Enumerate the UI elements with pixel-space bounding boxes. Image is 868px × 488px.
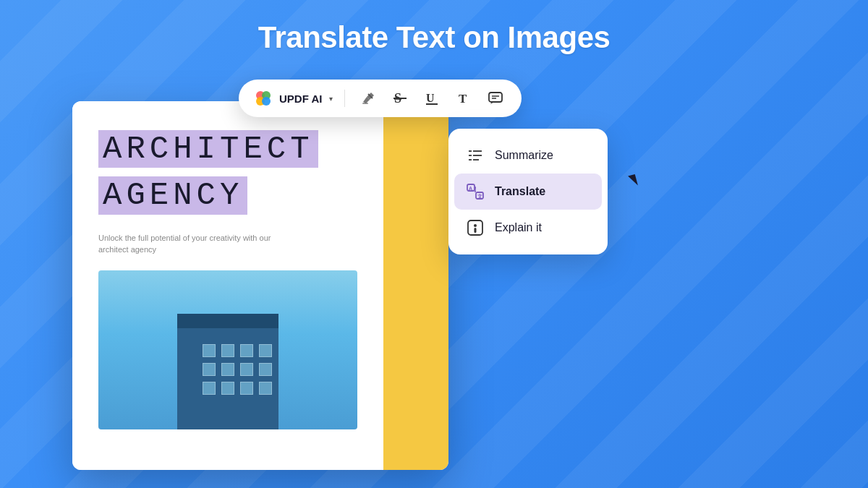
underline-icon[interactable]: U [420, 87, 443, 110]
window [221, 363, 234, 376]
svg-text:文: 文 [477, 193, 482, 199]
building-body [177, 328, 278, 429]
dropdown-item-summarize[interactable]: Summarize [454, 137, 602, 174]
toolbar-divider [344, 90, 345, 107]
svg-text:U: U [426, 92, 435, 104]
window [259, 363, 272, 376]
pdf-document: ARCHITECT AGENCY Unlock the full potenti… [72, 101, 448, 470]
dropdown-item-translate[interactable]: A 文 Translate [454, 174, 602, 210]
summarize-icon [466, 146, 485, 165]
svg-text:T: T [459, 92, 467, 106]
window [259, 344, 272, 357]
window [221, 344, 234, 357]
toolbar: UPDF AI ▾ S U T [239, 80, 522, 117]
pdf-yellow-strip [383, 101, 448, 470]
translate-label: Translate [495, 185, 545, 198]
dropdown-item-explain[interactable]: Explain it [454, 210, 602, 246]
window [259, 382, 272, 395]
pdf-title-highlight-1: ARCHITECT [98, 130, 318, 168]
window [240, 363, 253, 376]
svg-rect-26 [475, 228, 477, 233]
window [240, 344, 253, 357]
window [221, 382, 234, 395]
page-title: Translate Text on Images [0, 20, 868, 55]
window [240, 382, 253, 395]
translate-icon: A 文 [466, 182, 485, 201]
building-windows [203, 344, 273, 415]
highlight-icon[interactable] [357, 87, 380, 110]
window [203, 344, 216, 357]
toolbar-dropdown-arrow[interactable]: ▾ [329, 95, 333, 103]
text-icon[interactable]: T [452, 87, 475, 110]
svg-point-3 [262, 97, 271, 106]
svg-rect-11 [489, 93, 502, 102]
pdf-title-highlight-2: AGENCY [98, 176, 247, 214]
svg-point-25 [474, 224, 477, 227]
svg-text:A: A [469, 186, 472, 191]
pdf-title-line1: ARCHITECT [103, 131, 314, 167]
window [203, 363, 216, 376]
explain-icon [466, 218, 485, 237]
explain-label: Explain it [495, 221, 542, 234]
pdf-image-area [98, 270, 357, 429]
dropdown-menu: Summarize A 文 Translate Explain it [448, 129, 608, 254]
building-illustration [163, 314, 293, 429]
comment-icon[interactable] [484, 87, 507, 110]
toolbar-brand[interactable]: UPDF AI ▾ [253, 88, 333, 108]
strikethrough-icon[interactable]: S [388, 87, 412, 110]
toolbar-brand-name: UPDF AI [279, 93, 322, 105]
summarize-label: Summarize [495, 149, 553, 162]
pdf-subtitle: Unlock the full potential of your creati… [98, 232, 286, 256]
pdf-content: ARCHITECT AGENCY Unlock the full potenti… [72, 101, 383, 470]
window [203, 382, 216, 395]
pdf-title-line2: AGENCY [103, 177, 243, 213]
updf-logo-icon [253, 88, 273, 108]
svg-rect-4 [362, 103, 368, 104]
building-top [177, 314, 278, 328]
